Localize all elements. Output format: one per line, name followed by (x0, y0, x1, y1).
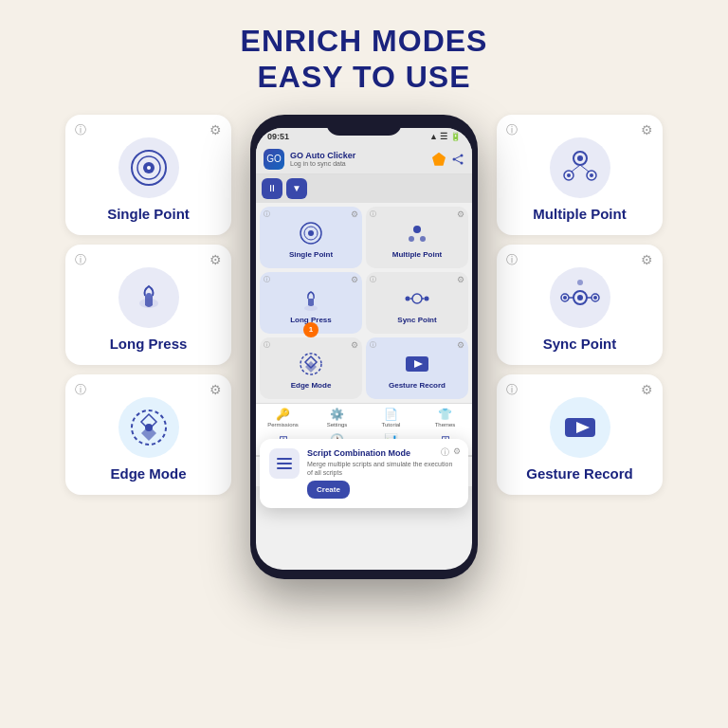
card-edge-mode[interactable]: ⓘ ⚙ Edge Mode (65, 374, 231, 495)
card-single-point[interactable]: ⓘ ⚙ Single Point (65, 115, 231, 235)
gesture-record-icon-container (550, 397, 610, 458)
grid-single-point[interactable]: ⓘ ⚙ Single Point (260, 207, 362, 268)
grid-icon-sy (402, 283, 432, 314)
settings-label: Settings (327, 422, 348, 428)
grid-label-mp: Multiple Point (392, 250, 442, 259)
app-header: GO GO Auto Clicker Log in to sync data (256, 145, 472, 174)
grid-settings-gr[interactable]: ⚙ (457, 340, 464, 350)
svg-point-20 (412, 294, 422, 303)
grid-settings-em[interactable]: ⚙ (351, 340, 358, 350)
script-description: Merge multiple scripts and simulate the … (307, 460, 459, 477)
svg-line-38 (580, 165, 589, 172)
nav-permissions[interactable]: 🔑 Permissions (256, 408, 310, 428)
svg-point-21 (406, 296, 410, 300)
tutorial-label: Tutorial (382, 422, 401, 428)
grid-label-em: Edge Mode (291, 381, 332, 390)
control-bar: ⏸ ▼ (256, 174, 472, 203)
tutorial-icon: 📄 (384, 408, 398, 421)
grid-long-press[interactable]: ⓘ ⚙ Long Press 1 (260, 272, 362, 334)
svg-point-36 (590, 173, 593, 177)
settings-icon-em[interactable]: ⚙ (209, 382, 222, 397)
settings-icon-syr[interactable]: ⚙ (641, 252, 653, 267)
grid-icon-mp (402, 218, 432, 248)
card-long-press[interactable]: ⓘ ⚙ Long Press (65, 245, 231, 365)
grid-info-mp: ⓘ (370, 209, 376, 219)
grid-settings-sy[interactable]: ⚙ (457, 275, 464, 284)
grid-icon-lp (296, 283, 326, 314)
nav-settings[interactable]: ⚙️ Settings (310, 408, 364, 428)
app-title-block: GO Auto Clicker Log in to sync data (290, 151, 355, 167)
script-create-button[interactable]: Create (307, 481, 350, 499)
script-content: Script Combination Mode Merge multiple s… (307, 448, 459, 499)
grid-label-sy: Sync Point (397, 316, 436, 324)
themes-icon: 👕 (438, 408, 452, 421)
edge-mode-icon (128, 407, 170, 448)
grid-info-sp: ⓘ (264, 209, 270, 219)
grid-label-sp: Single Point (289, 250, 333, 259)
card-sync-point[interactable]: ⓘ ⚙ Sync Point (497, 245, 663, 365)
svg-rect-30 (277, 467, 292, 469)
phone-screen: 09:51 ▲ ☰ 🔋 GO GO Auto Clicker Log in to… (256, 128, 472, 570)
bottom-nav-row1: 🔑 Permissions ⚙️ Settings 📄 Tutorial 👕 T… (256, 403, 472, 431)
settings-icon-grr[interactable]: ⚙ (641, 382, 653, 397)
sync-point-label: Sync Point (543, 336, 617, 352)
multiple-point-icon-container (550, 137, 610, 198)
svg-rect-28 (277, 458, 292, 460)
single-point-icon (128, 147, 170, 189)
svg-point-42 (563, 296, 567, 300)
nav-themes[interactable]: 👕 Themes (418, 408, 472, 428)
card-gesture-record[interactable]: ⓘ ⚙ Gesture Record (497, 374, 663, 495)
pause-button[interactable]: ⏸ (262, 178, 282, 199)
sync-point-icon (559, 277, 601, 318)
grid-info-gr: ⓘ (370, 340, 376, 350)
grid-edge-mode[interactable]: ⓘ ⚙ Edge Mode (260, 337, 362, 399)
svg-point-16 (413, 226, 421, 233)
info-icon: ⓘ (75, 122, 86, 138)
grid-gesture-record[interactable]: ⓘ ⚙ Gesture Record (366, 337, 468, 399)
svg-point-22 (425, 296, 429, 300)
svg-point-17 (409, 236, 414, 242)
long-press-label: Long Press (110, 336, 188, 352)
svg-point-34 (567, 173, 571, 177)
grid-multiple-point[interactable]: ⓘ ⚙ Multiple Point (366, 207, 468, 268)
status-icons: ▲ ☰ 🔋 (429, 132, 461, 141)
phone-notch (326, 115, 402, 136)
header: ENRICH MODES EASY TO USE (0, 0, 728, 105)
down-button[interactable]: ▼ (286, 178, 307, 199)
phone-time: 09:51 (267, 132, 289, 141)
grid-icon-em (296, 349, 326, 379)
popup-icons: ⓘ ⚙ (441, 446, 461, 459)
edge-mode-icon-container (118, 397, 179, 458)
info-icon-syr: ⓘ (506, 252, 518, 268)
grid-info-sy: ⓘ (370, 275, 376, 284)
script-list-icon (275, 454, 294, 473)
grid-settings-lp[interactable]: ⚙ (351, 275, 358, 284)
svg-point-47 (577, 280, 583, 285)
svg-point-40 (577, 295, 583, 300)
main-layout: ⓘ ⚙ Single Point ⓘ ⚙ (0, 105, 728, 579)
svg-line-11 (454, 155, 462, 159)
svg-point-15 (308, 230, 314, 236)
info-icon-mpr: ⓘ (506, 122, 518, 138)
grid-sync-point[interactable]: ⓘ ⚙ Sync Point (366, 272, 468, 334)
script-combination-popup: ⓘ ⚙ Script Combination Mode Merge multip… (260, 439, 468, 508)
settings-icon-lp[interactable]: ⚙ (209, 252, 222, 267)
svg-point-3 (147, 166, 151, 170)
svg-point-5 (146, 293, 152, 299)
settings-icon[interactable]: ⚙ (209, 122, 222, 137)
info-icon-em: ⓘ (75, 382, 86, 398)
popup-settings-icon[interactable]: ⚙ (453, 446, 461, 459)
grid-label-gr: Gesture Record (389, 381, 446, 390)
grid-settings-sp[interactable]: ⚙ (351, 209, 358, 219)
app-name: GO Auto Clicker (290, 151, 355, 160)
grid-settings-mp[interactable]: ⚙ (457, 209, 464, 219)
nav-tutorial[interactable]: 📄 Tutorial (364, 408, 418, 428)
single-point-icon-container (118, 137, 179, 198)
app-logo: GO (264, 149, 284, 170)
info-icon-grr: ⓘ (506, 382, 518, 398)
settings-icon-mpr[interactable]: ⚙ (641, 122, 653, 137)
card-multiple-point[interactable]: ⓘ ⚙ Multiple Point (497, 115, 663, 235)
app-header-icons (432, 153, 464, 166)
right-cards: ⓘ ⚙ Multiple Point ⓘ ⚙ (487, 115, 663, 495)
notification-badge: 1 (303, 322, 318, 337)
